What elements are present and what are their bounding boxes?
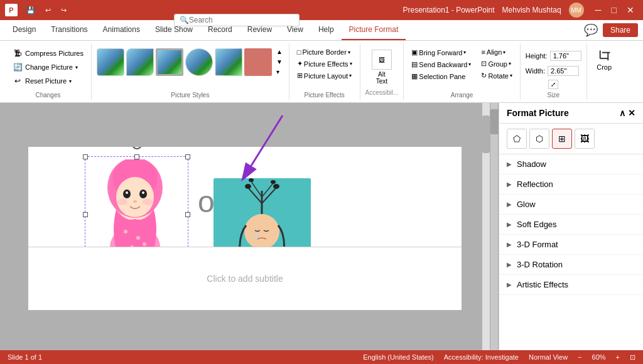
search-icon: 🔍 — [180, 16, 189, 24]
style-item-6[interactable] — [244, 48, 272, 76]
picture-layout-button[interactable]: ⊞ Picture Layout ▾ — [294, 70, 355, 81]
tab-transitions[interactable]: Transitions — [43, 20, 95, 40]
size-fields: Height: Width: — [526, 45, 581, 77]
height-input[interactable] — [550, 51, 581, 61]
handle-tm[interactable] — [134, 154, 139, 159]
reflection-arrow: ▶ — [507, 181, 512, 188]
tab-design[interactable]: Design — [5, 20, 43, 40]
rotate-handle[interactable]: ↻ — [132, 147, 142, 149]
effects-panel-icon[interactable]: ⬡ — [529, 129, 549, 149]
send-backward-button[interactable]: ▤ Send Backward ▾ — [409, 59, 473, 70]
picture-effects-button[interactable]: ✦ Picture Effects ▾ — [294, 58, 355, 69]
svg-point-31 — [271, 180, 276, 184]
ribbon: Design Transitions Animations Slide Show… — [0, 20, 643, 103]
gallery-expand[interactable]: ▾ — [275, 67, 284, 77]
style-item-1[interactable] — [97, 48, 124, 76]
rotate-button[interactable]: ↻ Rotate ▾ — [478, 70, 514, 81]
svg-point-29 — [273, 184, 279, 189]
reset-icon: ↩ — [13, 76, 23, 86]
3d-format-section[interactable]: ▶ 3-D Format — [499, 235, 643, 255]
ribbon-extras: 💬 Share — [584, 23, 638, 37]
size-expand-icon[interactable]: ⤢ — [548, 80, 558, 89]
size-expand[interactable]: ⤢ — [548, 80, 558, 89]
style-item-3[interactable] — [156, 48, 183, 76]
3d-rotation-section[interactable]: ▶ 3-D Rotation — [499, 255, 643, 275]
tab-picture-format[interactable]: Picture Format — [342, 20, 406, 40]
panel-scroll-thumb[interactable] — [490, 109, 499, 134]
picture-border-button[interactable]: □ Picture Border ▾ — [294, 47, 355, 57]
svg-point-28 — [245, 184, 251, 189]
change-icon: 🔄 — [13, 62, 23, 72]
zoom-in-button[interactable]: + — [616, 353, 620, 361]
compress-pictures-button[interactable]: 🗜 Compress Pictures — [10, 47, 86, 60]
restore-button[interactable]: □ — [608, 4, 620, 16]
share-button[interactable]: Share — [603, 23, 638, 37]
size-properties-icon[interactable]: ⊞ — [552, 129, 572, 149]
send-backward-label: Send Backward — [419, 61, 467, 68]
svg-point-30 — [249, 178, 254, 182]
save-icon[interactable]: 💾 — [23, 5, 39, 16]
minimize-button[interactable]: ─ — [592, 4, 605, 16]
style-item-4[interactable] — [185, 48, 213, 76]
glow-section[interactable]: ▶ Glow — [499, 195, 643, 215]
zoom-out-button[interactable]: − — [578, 353, 581, 361]
close-button[interactable]: ✕ — [623, 4, 638, 16]
handle-tl[interactable] — [83, 154, 88, 159]
tab-help[interactable]: Help — [311, 20, 342, 40]
window-controls[interactable]: ─ □ ✕ — [592, 4, 638, 16]
picture-panel-icon[interactable]: 🖼 — [575, 129, 595, 149]
app-title: Presentation1 - PowerPoint — [403, 6, 494, 14]
gallery-down[interactable]: ▼ — [275, 57, 284, 67]
adjust-group-label: Changes — [35, 89, 60, 99]
compress-label: Compress Pictures — [25, 50, 84, 57]
layout-caret: ▾ — [349, 73, 352, 78]
avatar: MM — [569, 3, 584, 18]
reset-picture-button[interactable]: ↩ Reset Picture ▾ — [10, 75, 86, 87]
group-icon: ⊡ — [481, 60, 487, 68]
adjust-buttons: 🗜 Compress Pictures 🔄 Change Picture ▾ ↩… — [10, 45, 86, 87]
bring-forward-button[interactable]: ▣ Bring Forward ▾ — [409, 47, 473, 58]
arrange-label: Arrange — [451, 89, 473, 99]
slide-info: Slide 1 of 1 — [8, 353, 42, 361]
redo-icon[interactable]: ↪ — [57, 5, 70, 16]
undo-icon[interactable]: ↩ — [41, 5, 55, 16]
picture-styles-group: ▲ ▼ ▾ Picture Styles — [92, 43, 289, 100]
align-button[interactable]: ≡ Align ▾ — [478, 47, 514, 57]
fit-slide-button[interactable]: ⊡ — [630, 353, 635, 361]
alt-text-icon[interactable]: 🖼 — [372, 50, 392, 70]
panel-close-button[interactable]: ✕ — [628, 108, 635, 118]
height-label: Height: — [526, 52, 548, 60]
gallery-controls[interactable]: ▲ ▼ ▾ — [275, 47, 284, 77]
style-item-5[interactable] — [215, 48, 242, 76]
bring-forward-label: Bring Forward — [419, 49, 462, 56]
artistic-effects-section[interactable]: ▶ Artistic Effects — [499, 275, 643, 295]
gallery-up[interactable]: ▲ — [275, 47, 284, 56]
panel-collapse-button[interactable]: ∧ — [619, 108, 625, 118]
selection-pane-button[interactable]: ▦ Selection Pane — [409, 71, 473, 82]
comments-button[interactable]: 💬 — [584, 23, 598, 37]
slide: ↻ — [28, 147, 462, 310]
format-panel-controls[interactable]: ∧ ✕ — [619, 108, 635, 118]
soft-edges-section[interactable]: ▶ Soft Edges — [499, 215, 643, 235]
format-picture-panel: Format Picture ∧ ✕ ⬠ ⬡ ⊞ 🖼 ▶ Shadow ▶ Re… — [499, 103, 643, 354]
search-bar[interactable]: 🔍 — [174, 14, 300, 26]
scrollbar-thumb[interactable] — [482, 115, 490, 153]
handle-tr[interactable] — [185, 154, 190, 159]
reflection-section[interactable]: ▶ Reflection — [499, 174, 643, 195]
handle-ml[interactable] — [83, 212, 88, 217]
vertical-scrollbar[interactable] — [482, 103, 490, 354]
quick-access-toolbar[interactable]: 💾 ↩ ↪ — [23, 5, 70, 16]
search-input[interactable] — [189, 16, 289, 24]
width-input[interactable] — [548, 66, 579, 76]
click-to-add-subtitle[interactable]: Click to add subtitle — [207, 274, 283, 284]
alt-text-section: 🖼 AltText — [372, 45, 392, 85]
style-item-2[interactable] — [126, 48, 154, 76]
shadow-section[interactable]: ▶ Shadow — [499, 154, 643, 174]
tab-animations[interactable]: Animations — [95, 20, 148, 40]
change-picture-button[interactable]: 🔄 Change Picture ▾ — [10, 61, 86, 73]
fill-line-icon[interactable]: ⬠ — [507, 129, 527, 149]
handle-mr[interactable] — [185, 212, 190, 217]
group-button[interactable]: ⊡ Group ▾ — [478, 58, 514, 69]
crop-button[interactable]: Crop — [593, 47, 615, 73]
slide-bottom[interactable]: Click to add subtitle — [28, 247, 462, 310]
